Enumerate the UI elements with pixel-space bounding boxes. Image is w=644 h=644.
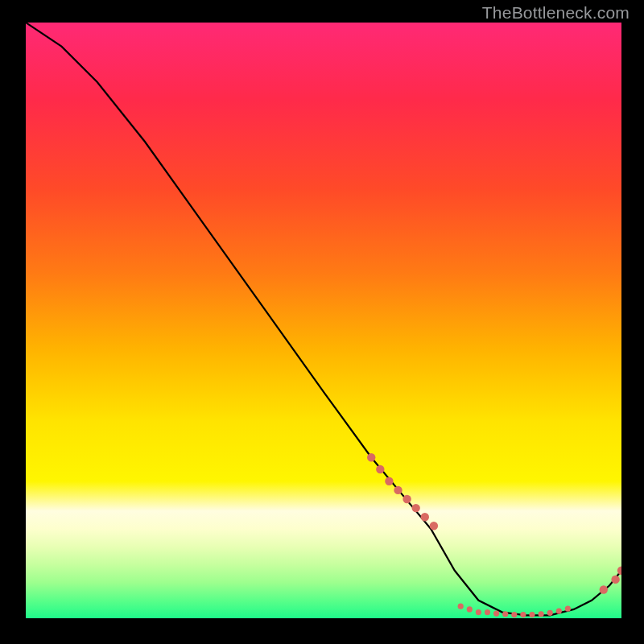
data-marker	[485, 609, 490, 615]
curve-layer	[26, 23, 621, 618]
data-marker	[511, 612, 517, 617]
data-marker	[402, 495, 411, 503]
attribution-label: TheBottleneck.com	[482, 3, 630, 23]
data-marker	[502, 611, 508, 617]
data-marker	[556, 609, 562, 614]
data-marker	[421, 513, 429, 521]
chart-frame: TheBottleneck.com	[0, 0, 644, 644]
data-marker	[529, 612, 535, 617]
data-marker	[547, 610, 553, 616]
data-marker	[376, 465, 384, 473]
data-marker	[617, 567, 621, 575]
bottleneck-curve	[26, 23, 621, 615]
marker-group	[367, 453, 621, 617]
data-marker	[430, 522, 438, 530]
data-marker	[367, 453, 375, 461]
curve-path-group	[26, 23, 621, 615]
data-marker	[467, 606, 473, 612]
data-marker	[458, 604, 464, 609]
data-marker	[611, 576, 619, 584]
data-marker	[565, 606, 571, 612]
data-marker	[493, 611, 499, 617]
data-marker	[520, 612, 526, 617]
data-marker	[600, 585, 608, 593]
data-marker	[539, 611, 544, 617]
data-marker	[412, 504, 420, 512]
data-marker	[394, 486, 402, 494]
data-marker	[385, 477, 393, 485]
data-marker	[476, 609, 481, 615]
plot-area	[26, 23, 621, 618]
